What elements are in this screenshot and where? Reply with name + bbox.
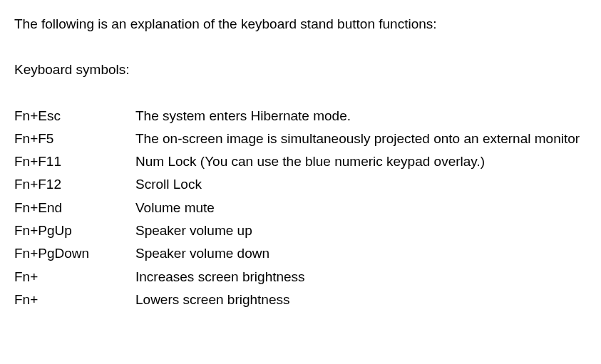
table-row: Fn+ Increases screen brightness [14,266,580,288]
table-row: Fn+Esc The system enters Hibernate mode. [14,105,580,128]
shortcut-desc: The system enters Hibernate mode. [135,105,580,128]
shortcut-key: Fn+F5 [14,128,135,150]
table-row: Fn+PgUp Speaker volume up [14,219,580,242]
shortcut-desc: Lowers screen brightness [135,288,580,311]
shortcut-key: Fn+PgDown [14,242,135,265]
shortcut-desc: Scroll Lock [135,173,580,196]
table-row: Fn+End Volume mute [14,197,580,219]
shortcut-desc: The on-screen image is simultaneously pr… [135,128,580,150]
shortcut-key: Fn+PgUp [14,219,135,242]
subtitle-text: Keyboard symbols: [14,58,587,81]
shortcut-key: Fn+ [14,266,135,288]
shortcut-table: Fn+Esc The system enters Hibernate mode.… [14,105,580,312]
shortcut-key: Fn+Esc [14,105,135,128]
table-row: Fn+ Lowers screen brightness [14,288,580,311]
shortcut-desc: Increases screen brightness [135,266,580,288]
table-row: Fn+F5 The on-screen image is simultaneou… [14,128,580,150]
shortcut-desc: Speaker volume down [135,242,580,265]
shortcut-desc: Volume mute [135,197,580,219]
shortcut-desc: Speaker volume up [135,219,580,242]
shortcut-key: Fn+End [14,197,135,219]
table-row: Fn+F11 Num Lock (You can use the blue nu… [14,150,580,173]
table-row: Fn+F12 Scroll Lock [14,173,580,196]
intro-text: The following is an explanation of the k… [14,13,587,36]
shortcut-key: Fn+ [14,288,135,311]
shortcut-key: Fn+F12 [14,173,135,196]
table-row: Fn+PgDown Speaker volume down [14,242,580,265]
shortcut-key: Fn+F11 [14,150,135,173]
shortcut-desc: Num Lock (You can use the blue numeric k… [135,150,580,173]
